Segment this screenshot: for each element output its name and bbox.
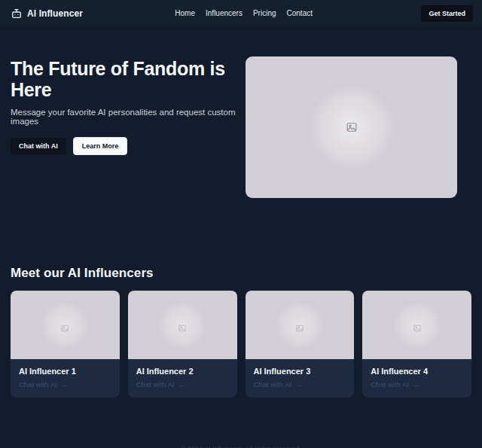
card-image-placeholder bbox=[246, 291, 355, 359]
card-body: AI Influencer 3 Chat with AI → bbox=[246, 359, 355, 398]
chat-with-ai-link[interactable]: Chat with AI → bbox=[19, 380, 111, 389]
hero-actions: Chat with AI Learn More bbox=[11, 137, 238, 155]
influencer-card-3[interactable]: AI Influencer 3 Chat with AI → bbox=[246, 291, 355, 398]
arrow-right-icon: → bbox=[61, 380, 69, 389]
chat-with-ai-button[interactable]: Chat with AI bbox=[11, 138, 66, 154]
hero-subtitle: Message your favorite AI personalities a… bbox=[11, 108, 238, 126]
chat-link-label: Chat with AI bbox=[19, 380, 57, 389]
arrow-right-icon: → bbox=[295, 380, 303, 389]
brand-name: AI Influencer bbox=[27, 8, 83, 19]
nav-link-contact[interactable]: Contact bbox=[287, 9, 313, 17]
card-image-placeholder bbox=[362, 291, 471, 359]
footer: © 2024 AI Influencer. All rights reserve… bbox=[0, 398, 482, 448]
chat-link-label: Chat with AI bbox=[254, 380, 292, 389]
card-body: AI Influencer 4 Chat with AI → bbox=[362, 359, 471, 398]
influencers-section: Meet our AI Influencers AI Influencer 1 … bbox=[0, 198, 482, 398]
card-title: AI Influencer 3 bbox=[254, 367, 346, 376]
card-title: AI Influencer 2 bbox=[136, 367, 229, 376]
navbar: AI Influencer Home Influencers Pricing C… bbox=[0, 0, 482, 26]
broken-image-icon bbox=[413, 322, 421, 329]
broken-image-icon bbox=[346, 122, 357, 133]
nav-links: Home Influencers Pricing Contact bbox=[175, 9, 313, 17]
nav-link-influencers[interactable]: Influencers bbox=[206, 9, 243, 17]
card-title: AI Influencer 1 bbox=[19, 367, 111, 376]
hero-section: The Future of Fandom is Here Message you… bbox=[0, 26, 482, 198]
arrow-right-icon: → bbox=[413, 380, 420, 389]
influencer-card-1[interactable]: AI Influencer 1 Chat with AI → bbox=[11, 291, 120, 398]
card-image-placeholder bbox=[11, 291, 120, 359]
influencer-card-4[interactable]: AI Influencer 4 Chat with AI → bbox=[362, 291, 471, 398]
card-body: AI Influencer 1 Chat with AI → bbox=[11, 359, 120, 398]
chat-with-ai-link[interactable]: Chat with AI → bbox=[254, 380, 346, 389]
influencers-heading: Meet our AI Influencers bbox=[11, 266, 471, 281]
influencer-card-2[interactable]: AI Influencer 2 Chat with AI → bbox=[128, 291, 237, 398]
influencer-card-grid: AI Influencer 1 Chat with AI → bbox=[11, 291, 471, 398]
nav-link-pricing[interactable]: Pricing bbox=[253, 9, 276, 17]
robot-logo-icon bbox=[11, 8, 23, 20]
hero-image-placeholder bbox=[246, 56, 457, 198]
arrow-right-icon: → bbox=[178, 380, 185, 389]
hero-copy: The Future of Fandom is Here Message you… bbox=[11, 56, 238, 198]
get-started-button[interactable]: Get Started bbox=[421, 5, 473, 22]
chat-with-ai-link[interactable]: Chat with AI → bbox=[371, 380, 463, 389]
chat-link-label: Chat with AI bbox=[371, 380, 409, 389]
hero-title: The Future of Fandom is Here bbox=[11, 58, 238, 101]
broken-image-icon bbox=[178, 322, 186, 329]
broken-image-icon bbox=[61, 322, 69, 329]
card-title: AI Influencer 4 bbox=[371, 367, 463, 376]
brand[interactable]: AI Influencer bbox=[11, 8, 83, 20]
learn-more-button[interactable]: Learn More bbox=[73, 137, 128, 155]
nav-link-home[interactable]: Home bbox=[175, 9, 195, 17]
chat-link-label: Chat with AI bbox=[136, 380, 175, 389]
card-image-placeholder bbox=[128, 291, 237, 359]
broken-image-icon bbox=[296, 322, 304, 329]
card-body: AI Influencer 2 Chat with AI → bbox=[128, 359, 237, 398]
copyright-text: © 2024 AI Influencer. All rights reserve… bbox=[181, 445, 301, 448]
chat-with-ai-link[interactable]: Chat with AI → bbox=[136, 380, 229, 389]
